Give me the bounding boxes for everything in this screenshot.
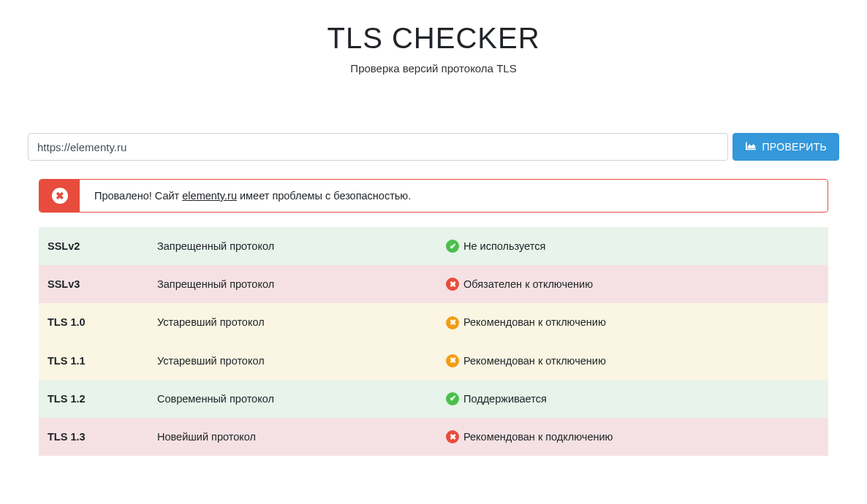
protocol-cell: SSLv3	[39, 265, 148, 303]
alert-message: Провалено! Сайт elementy.ru имеет пробле…	[80, 180, 828, 212]
results-table: SSLv2Запрещенный протокол✔Не используетс…	[39, 227, 828, 456]
times-circle-icon: ✖	[446, 430, 459, 443]
table-row: TLS 1.2Современный протокол✔Поддерживает…	[39, 380, 828, 418]
status-cell: ✖Рекомендован к подключению	[437, 418, 828, 456]
alert-failed: ✖ Провалено! Сайт elementy.ru имеет проб…	[39, 179, 828, 213]
description-cell: Устаревший протокол	[148, 303, 437, 341]
times-circle-icon: ✖	[446, 316, 459, 329]
check-button-label: ПРОВЕРИТЬ	[762, 141, 828, 153]
status-cell: ✔Поддерживается	[437, 380, 828, 418]
protocol-cell: TLS 1.3	[39, 418, 148, 456]
description-cell: Новейший протокол	[148, 418, 437, 456]
table-row: SSLv3Запрещенный протокол✖Обязателен к о…	[39, 265, 828, 303]
protocol-cell: TLS 1.0	[39, 303, 148, 341]
status-text: Рекомендован к отключению	[463, 355, 606, 367]
check-form: ПРОВЕРИТЬ	[28, 133, 839, 161]
status-text: Рекомендован к подключению	[463, 431, 613, 443]
alert-icon-box: ✖	[39, 180, 80, 212]
alert-suffix: имеет проблемы с безопасностью.	[237, 190, 411, 202]
description-cell: Запрещенный протокол	[148, 227, 437, 265]
protocol-cell: TLS 1.1	[39, 342, 148, 380]
status-text: Не используется	[463, 240, 545, 252]
status-cell: ✖Обязателен к отключению	[437, 265, 828, 303]
table-row: TLS 1.3Новейший протокол✖Рекомендован к …	[39, 418, 828, 456]
times-circle-icon: ✖	[446, 278, 459, 291]
url-input[interactable]	[28, 133, 728, 161]
description-cell: Современный протокол	[148, 380, 437, 418]
alert-prefix: Провалено! Сайт	[94, 190, 182, 202]
status-cell: ✖Рекомендован к отключению	[437, 342, 828, 380]
chart-area-icon	[745, 141, 757, 153]
alert-site-link[interactable]: elementy.ru	[182, 190, 237, 202]
protocol-cell: SSLv2	[39, 227, 148, 265]
description-cell: Запрещенный протокол	[148, 265, 437, 303]
status-text: Рекомендован к отключению	[463, 317, 606, 329]
check-button[interactable]: ПРОВЕРИТЬ	[732, 133, 840, 161]
status-cell: ✔Не используется	[437, 227, 828, 265]
times-circle-icon: ✖	[446, 354, 459, 367]
table-row: TLS 1.1Устаревший протокол✖Рекомендован …	[39, 342, 828, 380]
table-row: SSLv2Запрещенный протокол✔Не используетс…	[39, 227, 828, 265]
status-cell: ✖Рекомендован к отключению	[437, 303, 828, 341]
protocol-cell: TLS 1.2	[39, 380, 148, 418]
page-subtitle: Проверка версий протокола TLS	[28, 62, 839, 75]
description-cell: Устаревший протокол	[148, 342, 437, 380]
page-title: TLS CHECKER	[28, 22, 839, 55]
table-row: TLS 1.0Устаревший протокол✖Рекомендован …	[39, 303, 828, 341]
check-circle-icon: ✔	[446, 392, 459, 405]
status-text: Обязателен к отключению	[463, 278, 593, 290]
error-icon: ✖	[52, 188, 68, 204]
status-text: Поддерживается	[463, 393, 547, 405]
check-circle-icon: ✔	[446, 240, 459, 253]
